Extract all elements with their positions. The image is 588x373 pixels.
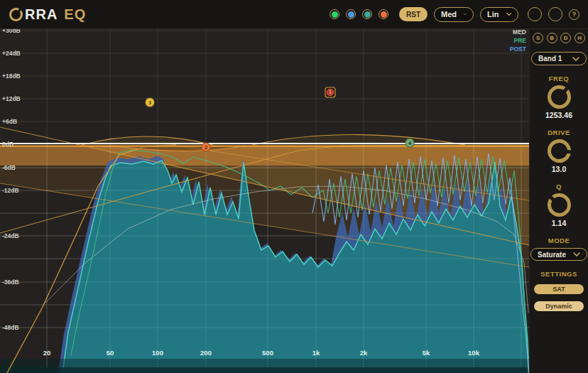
band-marker-2-number: 2: [205, 144, 207, 151]
undo-state-button[interactable]: [548, 7, 562, 21]
chevron-down-icon: [506, 12, 512, 16]
freq-label: FREQ: [549, 75, 569, 82]
band-1-dot[interactable]: [330, 9, 339, 19]
y-axis-label: +18dB: [2, 72, 21, 80]
q-value: 1.14: [552, 219, 566, 227]
x-axis-label: 200: [200, 349, 212, 357]
drive-knob[interactable]: [546, 139, 572, 164]
bottom-strip-dark: [0, 367, 530, 373]
mode-dropdown[interactable]: Saturate: [530, 248, 587, 261]
freq-value: 1253.46: [545, 111, 572, 119]
x-axis-label: 50: [107, 349, 114, 357]
band-2-dot[interactable]: [346, 9, 356, 19]
legend-pre: PRE: [514, 37, 527, 44]
x-axis-label: 100: [152, 349, 163, 357]
band-select-dropdown[interactable]: Band 1: [531, 52, 587, 65]
band-select-value: Band 1: [538, 55, 562, 63]
y-axis-label: -48dB: [2, 324, 19, 331]
eq-graph[interactable]: +30dB+24dB+18dB+12dB+6dB0dB-6dB-12dB-24d…: [0, 0, 530, 373]
y-axis-label: +12dB: [2, 95, 21, 102]
x-axis-label: 500: [262, 349, 273, 357]
x-axis-label: 1k: [312, 349, 320, 357]
q-knob[interactable]: [543, 188, 576, 222]
ab-compare-button[interactable]: [528, 7, 542, 21]
q-label: Q: [556, 183, 562, 190]
legend-post: POST: [510, 45, 527, 53]
legend-med: MED: [513, 28, 526, 36]
band-filter-toggles: SBDH: [533, 33, 585, 43]
y-axis-label: +6dB: [2, 118, 17, 125]
saturation-band: [0, 145, 529, 166]
band-4-dot[interactable]: [379, 9, 388, 19]
scale-dropdown[interactable]: Lin: [480, 7, 518, 22]
y-axis-label: -36dB: [2, 279, 19, 286]
scale-value: Lin: [487, 10, 499, 18]
quality-value: Med: [441, 10, 457, 18]
logo-text: RRA: [25, 6, 58, 23]
mode-label: MODE: [548, 237, 570, 244]
x-axis-label: 5k: [423, 349, 430, 357]
y-axis-label: +24dB: [2, 50, 21, 57]
band-3-dot[interactable]: [362, 9, 372, 19]
y-axis-label: -6dB: [2, 164, 16, 171]
filter-toggle-h[interactable]: H: [575, 33, 585, 43]
chevron-down-icon: [572, 57, 579, 61]
band-marker-3-number: 3: [148, 99, 151, 106]
band-enable-dots: [330, 9, 388, 19]
band-marker-1-number: 1: [329, 90, 332, 94]
app-logo: RRA EQ: [9, 6, 86, 23]
orra-eq-plugin-window: +30dB+24dB+18dB+12dB+6dB0dB-6dB-12dB-24d…: [0, 0, 588, 373]
top-toolbar: RRA EQ RST Med Lin ?: [0, 0, 588, 29]
y-axis-label: -24dB: [2, 232, 19, 239]
dynamic-button[interactable]: Dynamic: [534, 301, 584, 311]
chevron-down-icon: [464, 12, 467, 16]
freq-knob[interactable]: [543, 80, 576, 114]
quality-dropdown[interactable]: Med: [434, 7, 474, 22]
y-axis-label: 0dB: [2, 141, 13, 148]
x-axis-label: 2k: [360, 349, 368, 357]
filter-toggle-b[interactable]: B: [547, 33, 557, 43]
band-control-panel: SBDH Band 1 FREQ 1253.46 DRIVE 13.0 Q 1.…: [529, 28, 588, 373]
help-button[interactable]: ?: [569, 9, 579, 20]
logo-suffix-text: EQ: [64, 6, 86, 23]
y-axis-label: -12dB: [2, 187, 19, 194]
sat-button[interactable]: SAT: [534, 284, 584, 294]
filter-toggle-s[interactable]: S: [533, 33, 543, 43]
mode-value: Saturate: [538, 251, 566, 259]
x-axis-label: 20: [43, 349, 51, 357]
reset-button[interactable]: RST: [399, 7, 428, 21]
settings-label: SETTINGS: [540, 270, 577, 278]
chevron-down-icon: [573, 252, 580, 256]
logo-knob-o-icon: [9, 8, 23, 21]
filter-toggle-d[interactable]: D: [560, 33, 571, 43]
x-axis-label: 10k: [468, 349, 480, 357]
drive-label: DRIVE: [548, 129, 570, 136]
drive-value: 13.0: [552, 165, 566, 173]
